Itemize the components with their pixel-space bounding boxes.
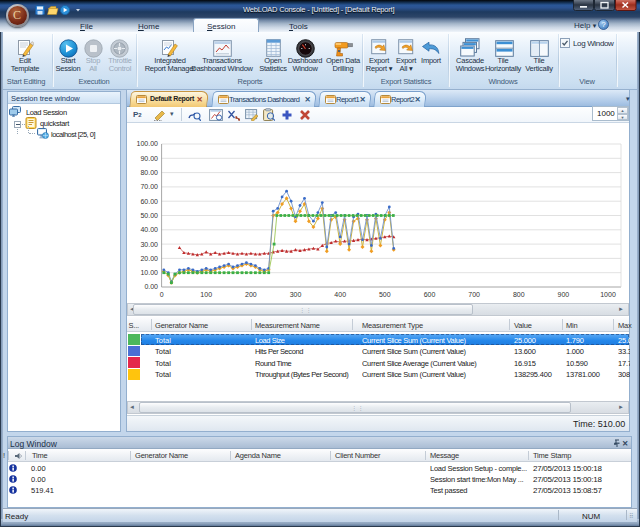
svg-text:50.00: 50.00 xyxy=(140,212,158,219)
svg-text:0.00: 0.00 xyxy=(144,283,158,290)
svg-text:100: 100 xyxy=(200,291,212,298)
svg-text:20.00: 20.00 xyxy=(140,255,158,262)
svg-text:10.00: 10.00 xyxy=(140,269,158,276)
svg-text:40.00: 40.00 xyxy=(140,226,158,233)
svg-text:300: 300 xyxy=(290,291,302,298)
svg-text:90.00: 90.00 xyxy=(140,155,158,162)
svg-text:70.00: 70.00 xyxy=(140,183,158,190)
svg-text:100.00: 100.00 xyxy=(137,140,159,147)
svg-text:1000: 1000 xyxy=(600,291,616,298)
svg-text:60.00: 60.00 xyxy=(140,198,158,205)
svg-text:80.00: 80.00 xyxy=(140,169,158,176)
svg-text:?: ? xyxy=(601,20,605,29)
svg-text:30.00: 30.00 xyxy=(140,241,158,248)
svg-text:700: 700 xyxy=(468,291,480,298)
svg-text:0: 0 xyxy=(160,291,164,298)
svg-text:200: 200 xyxy=(245,291,257,298)
svg-text:400: 400 xyxy=(334,291,346,298)
svg-text:500: 500 xyxy=(379,291,391,298)
svg-text:600: 600 xyxy=(424,291,436,298)
svg-text:800: 800 xyxy=(513,291,525,298)
svg-text:900: 900 xyxy=(558,291,570,298)
